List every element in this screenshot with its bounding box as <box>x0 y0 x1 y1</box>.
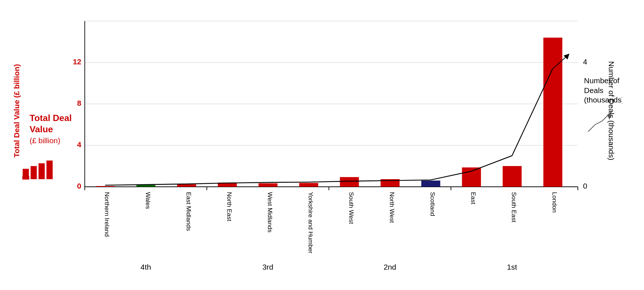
chart-container: 0 4 8 12 Total Deal Value (£ billion) 0 … <box>0 0 644 290</box>
quarter-4th: 4th <box>140 263 151 271</box>
label-north-east: North East <box>226 192 233 221</box>
right-axis-title-2: Deals <box>584 86 603 94</box>
right-axis-title-1: Number of <box>584 76 620 85</box>
y-axis-4: 4 <box>77 140 81 149</box>
bar-scotland <box>421 181 440 187</box>
label-east-midlands: East Midlands <box>185 192 192 231</box>
left-axis-label-unit: (£ billion) <box>29 136 60 145</box>
bar-yorks <box>299 183 318 186</box>
line-chart <box>105 69 553 185</box>
label-north-west: North West <box>388 192 395 223</box>
right-y-axis-0: 0 <box>583 182 587 190</box>
mini-bar-2 <box>30 166 37 179</box>
label-south-west: South West <box>348 192 355 224</box>
y-axis-0: 0 <box>77 182 81 190</box>
label-east: East <box>470 192 477 204</box>
label-south-east: South East <box>510 192 517 222</box>
label-scotland: Scotland <box>429 192 436 216</box>
quarter-1st: 1st <box>507 263 517 271</box>
y-axis-8: 8 <box>77 99 81 107</box>
bar-east-midlands <box>177 184 196 187</box>
bar-ni <box>96 186 115 187</box>
y-axis-left-title: Total Deal Value (£ billion) <box>12 64 21 157</box>
label-west-midlands: West Midlands <box>266 192 273 233</box>
quarter-3rd: 3rd <box>262 263 273 271</box>
bar-south-east <box>503 166 522 187</box>
quarter-2nd: 2nd <box>384 263 396 271</box>
bar-west-midlands <box>258 183 277 186</box>
trend-arrow-line <box>588 114 609 131</box>
bar-east <box>462 168 481 187</box>
label-yorks: Yorkshire and Humber <box>307 192 314 254</box>
label-ni: Northern Ireland <box>103 192 110 237</box>
right-axis-title-3: (thousands) <box>584 96 622 104</box>
mini-bar-1 <box>23 169 29 179</box>
mini-bar-4 <box>46 161 53 179</box>
right-y-axis-4: 4 <box>583 57 587 66</box>
bar-london <box>543 38 562 187</box>
bar-south-west <box>340 177 359 187</box>
bar-wales <box>136 185 155 187</box>
label-london: London <box>551 192 558 213</box>
y-axis-12: 12 <box>73 57 81 66</box>
mini-bar-3 <box>38 163 45 179</box>
left-axis-label-value: Value <box>29 124 53 134</box>
label-wales: Wales <box>144 192 151 209</box>
left-axis-label-total: Total Deal <box>29 113 72 123</box>
